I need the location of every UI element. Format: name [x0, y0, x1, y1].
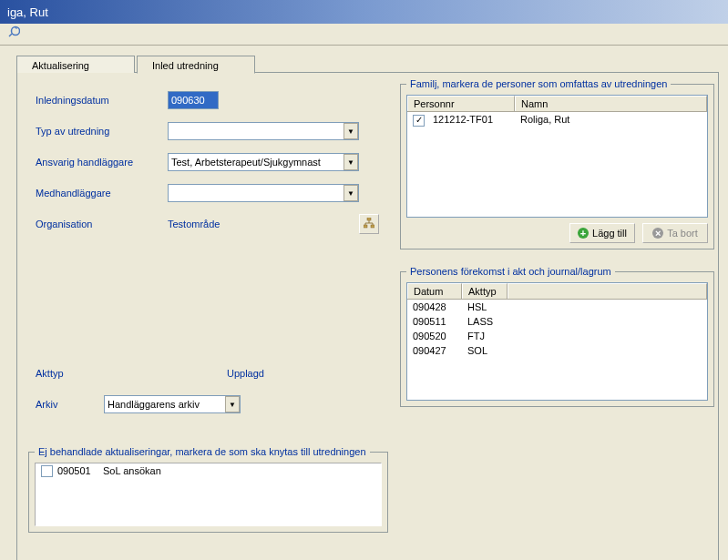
combo-medhandlaggare[interactable]: ▼ — [168, 184, 359, 202]
list-item[interactable]: 090501 SoL ansökan — [36, 463, 381, 481]
grid-ej-behandlade: 090501 SoL ansökan — [35, 463, 382, 526]
label-inledningsdatum: Inledningsdatum — [36, 95, 168, 106]
tab-aktualisering[interactable]: Aktualisering — [16, 56, 135, 73]
table-row[interactable]: 090427 SOL — [407, 343, 707, 358]
legend-familj: Familj, markera de personer som omfattas… — [406, 78, 671, 89]
combo-arkiv[interactable]: Handläggarens arkiv ▼ — [104, 395, 241, 413]
col-akttyp[interactable]: Akttyp — [462, 283, 508, 299]
label-medhandlaggare: Medhandläggare — [36, 188, 168, 199]
label-ansvarig: Ansvarig handläggare — [36, 157, 168, 168]
window-titlebar: iga, Rut — [0, 0, 728, 24]
input-inledningsdatum[interactable] — [168, 91, 219, 109]
fieldset-ej-behandlade: Ej behandlade aktualiseringar, markera d… — [28, 446, 388, 533]
grid-familj: Personnr Namn ✓ 121212-TF01 Roliga, Rut — [406, 95, 708, 218]
col-personnr[interactable]: Personnr — [407, 96, 515, 111]
value-organisation: Testområde — [168, 219, 220, 229]
chevron-down-icon: ▼ — [343, 185, 358, 201]
grid-forekomst: Datum Akttyp 090428 HSL 090511 LASS — [406, 282, 708, 401]
toolbar — [0, 24, 728, 46]
refresh-icon[interactable] — [5, 25, 20, 40]
fieldset-forekomst: Personens förekomst i akt och journal/la… — [400, 266, 714, 407]
label-typ-utredning: Typ av utredning — [36, 126, 168, 137]
label-organisation: Organisation — [36, 219, 168, 229]
chevron-down-icon: ▼ — [225, 396, 240, 412]
plus-icon: + — [578, 228, 589, 239]
svg-rect-1 — [367, 218, 371, 220]
remove-button[interactable]: × Ta bort — [642, 223, 708, 243]
label-upplagd: Upplagd — [227, 368, 359, 379]
chevron-down-icon: ▼ — [343, 123, 358, 139]
svg-rect-2 — [364, 225, 367, 228]
svg-rect-3 — [371, 225, 374, 228]
tab-strip: Aktualisering Inled utredning — [16, 55, 719, 73]
table-row[interactable]: 090428 HSL — [407, 300, 707, 314]
col-datum[interactable]: Datum — [407, 283, 462, 299]
add-button[interactable]: + Lägg till — [569, 223, 635, 243]
minus-icon: × — [652, 228, 663, 239]
checkbox[interactable]: ✓ — [413, 115, 425, 127]
legend-ej-behandlade: Ej behandlade aktualiseringar, markera d… — [35, 446, 370, 457]
tree-icon — [364, 218, 374, 230]
legend-forekomst: Personens förekomst i akt och journal/la… — [406, 266, 615, 277]
tab-panel: Inledningsdatum Typ av utredning ▼ Ansva… — [16, 72, 719, 560]
org-picker-button[interactable] — [359, 214, 379, 234]
label-akttyp: Akttyp — [36, 368, 227, 379]
label-arkiv: Arkiv — [36, 399, 104, 410]
fieldset-familj: Familj, markera de personer som omfattas… — [400, 78, 714, 249]
col-blank — [508, 283, 707, 299]
chevron-down-icon: ▼ — [343, 154, 358, 170]
table-row[interactable]: ✓ 121212-TF01 Roliga, Rut — [407, 112, 707, 128]
col-namn[interactable]: Namn — [515, 96, 707, 111]
combo-ansvarig[interactable]: Test, Arbetsterapeut/Sjukgymnast ▼ — [168, 153, 359, 171]
tab-inled-utredning[interactable]: Inled utredning — [137, 56, 255, 74]
combo-typ-utredning[interactable]: ▼ — [168, 122, 359, 140]
table-row[interactable]: 090520 FTJ — [407, 329, 707, 343]
window-title: iga, Rut — [7, 5, 48, 19]
table-row[interactable]: 090511 LASS — [407, 314, 707, 329]
